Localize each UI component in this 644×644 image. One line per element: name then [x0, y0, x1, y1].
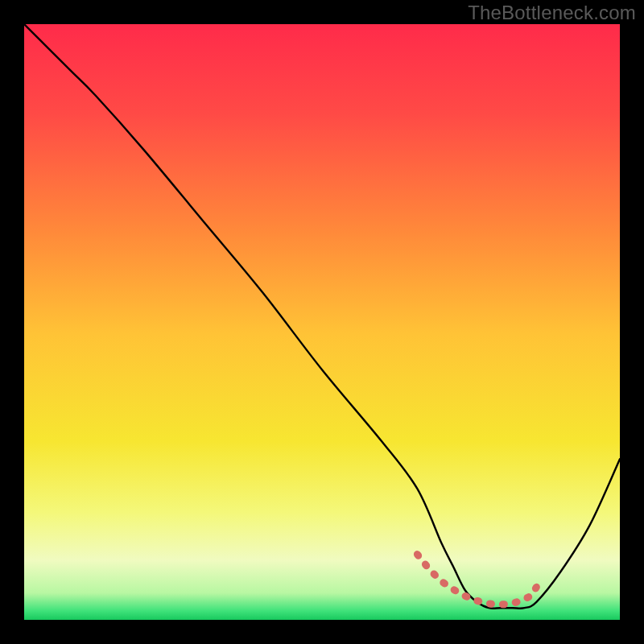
frame-bottom — [0, 620, 644, 644]
optimal-range-highlight — [417, 555, 536, 605]
frame-left — [0, 0, 24, 644]
chart-plot-area — [24, 24, 620, 620]
curve-layer — [24, 24, 620, 620]
bottleneck-curve — [24, 24, 620, 609]
watermark-text: TheBottleneck.com — [468, 2, 636, 24]
frame-right — [620, 0, 644, 644]
